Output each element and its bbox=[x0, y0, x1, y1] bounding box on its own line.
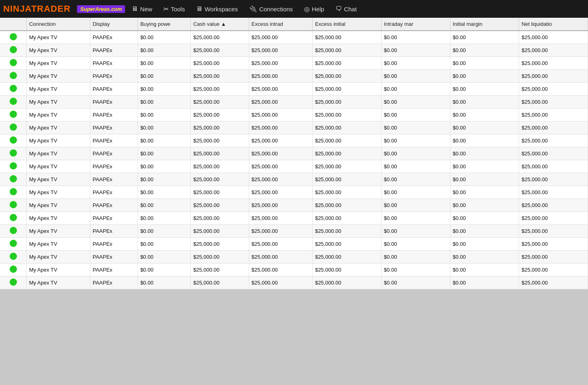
net-liquidation-cell: $25,000.00 bbox=[519, 276, 588, 289]
menu-item-help[interactable]: ◎ Help bbox=[299, 3, 329, 15]
excess-intrad-cell: $25,000.00 bbox=[249, 83, 313, 96]
table-row[interactable]: My Apex TV PAAPEx $0.00 $25,000.00 $25,0… bbox=[0, 96, 588, 109]
initial-margin-cell: $0.00 bbox=[450, 225, 519, 238]
table-row[interactable]: My Apex TV PAAPEx $0.00 $25,000.00 $25,0… bbox=[0, 186, 588, 199]
col-header-initial-margin[interactable]: Initial margin bbox=[450, 18, 519, 31]
col-header-cash-value[interactable]: Cash value ▲ bbox=[191, 18, 249, 31]
excess-initial-cell: $25,000.00 bbox=[313, 173, 382, 186]
table-row[interactable]: My Apex TV PAAPEx $0.00 $25,000.00 $25,0… bbox=[0, 199, 588, 212]
status-indicator bbox=[10, 123, 17, 131]
buying-power-cell: $0.00 bbox=[138, 251, 190, 264]
super-areas-badge[interactable]: SuperAreas.com bbox=[77, 5, 125, 13]
app-logo: NINJATRADER bbox=[3, 4, 71, 14]
excess-intrad-cell: $25,000.00 bbox=[249, 109, 313, 121]
table-row[interactable]: My Apex TV PAAPEx $0.00 $25,000.00 $25,0… bbox=[0, 225, 588, 238]
menu-item-workspaces[interactable]: 🖥 Workspaces bbox=[191, 3, 242, 15]
table-row[interactable]: My Apex TV PAAPEx $0.00 $25,000.00 $25,0… bbox=[0, 276, 588, 289]
menu-item-chat[interactable]: 🗨 Chat bbox=[331, 3, 362, 15]
intraday-mar-cell: $0.00 bbox=[381, 173, 450, 186]
table-row[interactable]: My Apex TV PAAPEx $0.00 $25,000.00 $25,0… bbox=[0, 160, 588, 173]
col-header-excess-initial[interactable]: Excess initial bbox=[313, 18, 382, 31]
display-cell: PAAPEx bbox=[90, 186, 138, 199]
table-row[interactable]: My Apex TV PAAPEx $0.00 $25,000.00 $25,0… bbox=[0, 57, 588, 70]
status-indicator bbox=[10, 149, 17, 157]
col-header-display[interactable]: Display bbox=[90, 18, 138, 31]
table-row[interactable]: My Apex TV PAAPEx $0.00 $25,000.00 $25,0… bbox=[0, 264, 588, 276]
cash-value-cell: $25,000.00 bbox=[191, 225, 249, 238]
status-cell bbox=[0, 212, 27, 225]
col-header-buying-power[interactable]: Buying powe bbox=[138, 18, 190, 31]
initial-margin-cell: $0.00 bbox=[450, 147, 519, 160]
net-liquidation-cell: $25,000.00 bbox=[519, 70, 588, 83]
table-row[interactable]: My Apex TV PAAPEx $0.00 $25,000.00 $25,0… bbox=[0, 109, 588, 121]
initial-margin-cell: $0.00 bbox=[450, 160, 519, 173]
intraday-mar-cell: $0.00 bbox=[381, 134, 450, 147]
status-indicator bbox=[10, 201, 17, 208]
status-cell bbox=[0, 225, 27, 238]
table-row[interactable]: My Apex TV PAAPEx $0.00 $25,000.00 $25,0… bbox=[0, 212, 588, 225]
net-liquidation-cell: $25,000.00 bbox=[519, 147, 588, 160]
accounts-table-container: Connection Display Buying powe Cash valu… bbox=[0, 18, 588, 289]
help-icon: ◎ bbox=[304, 5, 310, 13]
buying-power-cell: $0.00 bbox=[138, 199, 190, 212]
connection-cell: My Apex TV bbox=[27, 276, 90, 289]
table-row[interactable]: My Apex TV PAAPEx $0.00 $25,000.00 $25,0… bbox=[0, 83, 588, 96]
buying-power-cell: $0.00 bbox=[138, 186, 190, 199]
table-row[interactable]: My Apex TV PAAPEx $0.00 $25,000.00 $25,0… bbox=[0, 44, 588, 57]
excess-intrad-cell: $25,000.00 bbox=[249, 121, 313, 134]
status-indicator bbox=[10, 85, 17, 92]
excess-intrad-cell: $25,000.00 bbox=[249, 199, 313, 212]
initial-margin-cell: $0.00 bbox=[450, 186, 519, 199]
table-row[interactable]: My Apex TV PAAPEx $0.00 $25,000.00 $25,0… bbox=[0, 238, 588, 251]
table-row[interactable]: My Apex TV PAAPEx $0.00 $25,000.00 $25,0… bbox=[0, 147, 588, 160]
menu-item-new[interactable]: 🖥 New bbox=[127, 3, 157, 15]
table-row[interactable]: My Apex TV PAAPEx $0.00 $25,000.00 $25,0… bbox=[0, 134, 588, 147]
intraday-mar-cell: $0.00 bbox=[381, 70, 450, 83]
table-row[interactable]: My Apex TV PAAPEx $0.00 $25,000.00 $25,0… bbox=[0, 31, 588, 44]
net-liquidation-cell: $25,000.00 bbox=[519, 199, 588, 212]
col-header-net-liquidation[interactable]: Net liquidatio bbox=[519, 18, 588, 31]
cash-value-cell: $25,000.00 bbox=[191, 264, 249, 276]
menu-item-connections[interactable]: 🔌 Connections bbox=[244, 3, 298, 15]
excess-intrad-cell: $25,000.00 bbox=[249, 31, 313, 44]
excess-initial-cell: $25,000.00 bbox=[313, 186, 382, 199]
excess-intrad-cell: $25,000.00 bbox=[249, 251, 313, 264]
initial-margin-cell: $0.00 bbox=[450, 251, 519, 264]
table-row[interactable]: My Apex TV PAAPEx $0.00 $25,000.00 $25,0… bbox=[0, 173, 588, 186]
menu-bar: NINJATRADER SuperAreas.com 🖥 New ✂ Tools… bbox=[0, 0, 588, 18]
col-header-connection[interactable]: Connection bbox=[27, 18, 90, 31]
status-cell bbox=[0, 121, 27, 134]
status-cell bbox=[0, 264, 27, 276]
cash-value-cell: $25,000.00 bbox=[191, 173, 249, 186]
col-header-excess-intrad[interactable]: Excess intrad bbox=[249, 18, 313, 31]
menu-label-tools: Tools bbox=[171, 6, 185, 13]
menu-label-new: New bbox=[140, 6, 152, 13]
buying-power-cell: $0.00 bbox=[138, 147, 190, 160]
cash-value-cell: $25,000.00 bbox=[191, 251, 249, 264]
cash-value-cell: $25,000.00 bbox=[191, 57, 249, 70]
initial-margin-cell: $0.00 bbox=[450, 44, 519, 57]
col-header-status[interactable] bbox=[0, 18, 27, 31]
display-cell: PAAPEx bbox=[90, 238, 138, 251]
initial-margin-cell: $0.00 bbox=[450, 31, 519, 44]
status-cell bbox=[0, 238, 27, 251]
net-liquidation-cell: $25,000.00 bbox=[519, 225, 588, 238]
col-header-intraday-mar[interactable]: Intraday mar bbox=[381, 18, 450, 31]
excess-initial-cell: $25,000.00 bbox=[313, 109, 382, 121]
menu-label-workspaces: Workspaces bbox=[204, 6, 238, 13]
buying-power-cell: $0.00 bbox=[138, 264, 190, 276]
display-cell: PAAPEx bbox=[90, 147, 138, 160]
connection-cell: My Apex TV bbox=[27, 31, 90, 44]
menu-item-tools[interactable]: ✂ Tools bbox=[158, 3, 190, 15]
display-cell: PAAPEx bbox=[90, 212, 138, 225]
intraday-mar-cell: $0.00 bbox=[381, 160, 450, 173]
table-row[interactable]: My Apex TV PAAPEx $0.00 $25,000.00 $25,0… bbox=[0, 251, 588, 264]
excess-initial-cell: $25,000.00 bbox=[313, 276, 382, 289]
initial-margin-cell: $0.00 bbox=[450, 173, 519, 186]
table-row[interactable]: My Apex TV PAAPEx $0.00 $25,000.00 $25,0… bbox=[0, 121, 588, 134]
initial-margin-cell: $0.00 bbox=[450, 199, 519, 212]
status-cell bbox=[0, 31, 27, 44]
intraday-mar-cell: $0.00 bbox=[381, 44, 450, 57]
table-row[interactable]: My Apex TV PAAPEx $0.00 $25,000.00 $25,0… bbox=[0, 70, 588, 83]
buying-power-cell: $0.00 bbox=[138, 31, 190, 44]
